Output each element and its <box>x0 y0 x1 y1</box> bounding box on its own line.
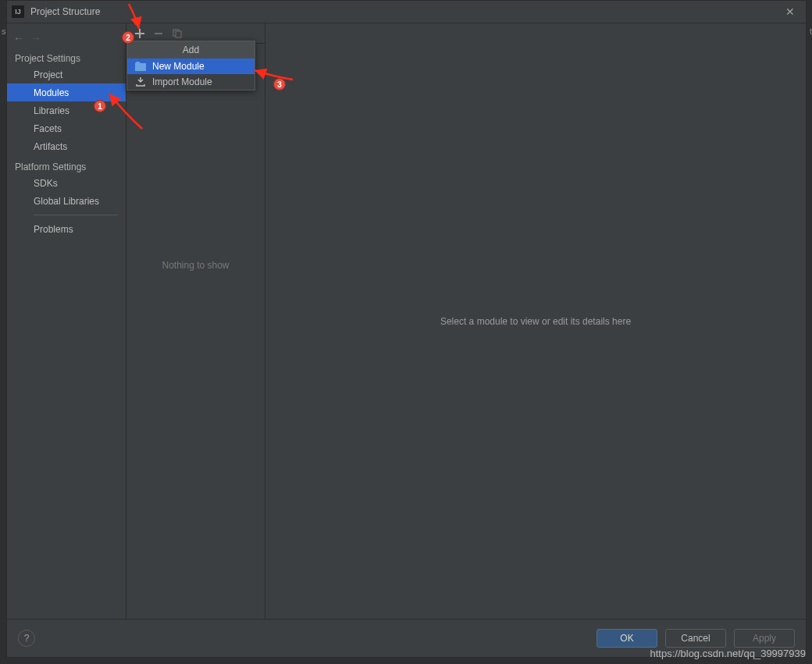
detail-placeholder: Select a module to view or edit its deta… <box>440 316 631 327</box>
sidebar-item-artifacts[interactable]: Artifacts <box>7 137 126 155</box>
ok-button[interactable]: OK <box>597 629 657 648</box>
nothing-to-show-text: Nothing to show <box>162 260 229 271</box>
edge-left-char: s <box>2 27 6 36</box>
watermark: https://blog.csdn.net/qq_39997939 <box>650 648 807 659</box>
help-button[interactable]: ? <box>18 630 35 647</box>
forward-icon[interactable]: → <box>30 32 41 44</box>
popup-item-label: Import Module <box>152 76 212 87</box>
svg-rect-2 <box>176 31 181 37</box>
titlebar: IJ Project Structure ✕ <box>7 1 806 23</box>
popup-item-new-module[interactable]: New Module <box>127 59 255 74</box>
sidebar-item-sdks[interactable]: SDKs <box>7 174 126 192</box>
sidebar-item-libraries[interactable]: Libraries <box>7 101 126 119</box>
sidebar: ← → Project Settings Project Modules Lib… <box>7 23 126 619</box>
sidebar-item-modules[interactable]: Modules <box>7 83 126 101</box>
annotation-badge-2: 2 <box>122 31 134 44</box>
sidebar-item-global-libraries[interactable]: Global Libraries <box>7 192 126 210</box>
import-icon <box>135 76 146 87</box>
sidebar-divider <box>34 215 118 215</box>
popup-title: Add <box>127 41 255 59</box>
plus-icon <box>135 29 144 38</box>
module-list-empty: Nothing to show <box>126 44 265 619</box>
group-platform-settings: Platform Settings <box>7 155 126 174</box>
titlebar-title: Project Structure <box>30 6 100 17</box>
popup-item-label: New Module <box>152 61 205 72</box>
group-project-settings: Project Settings <box>7 47 126 66</box>
nav-history: ← → <box>7 30 126 47</box>
detail-panel: Select a module to view or edit its deta… <box>265 23 806 619</box>
remove-button[interactable] <box>150 25 167 42</box>
back-icon[interactable]: ← <box>13 32 24 44</box>
intellij-icon: IJ <box>12 5 24 18</box>
sidebar-item-facets[interactable]: Facets <box>7 119 126 137</box>
annotation-badge-3: 3 <box>273 78 286 91</box>
add-popup: Add New Module Import Module <box>126 41 255 91</box>
minus-icon <box>154 29 163 38</box>
copy-icon <box>173 29 182 38</box>
sidebar-item-project[interactable]: Project <box>7 66 126 83</box>
module-icon <box>135 61 146 72</box>
popup-item-import-module[interactable]: Import Module <box>127 74 255 90</box>
cancel-button[interactable]: Cancel <box>665 629 726 648</box>
copy-button[interactable] <box>169 25 186 42</box>
module-list-panel: Nothing to show <box>126 23 265 619</box>
close-icon[interactable]: ✕ <box>779 2 801 21</box>
svg-rect-0 <box>155 33 162 34</box>
sidebar-item-problems[interactable]: Problems <box>7 220 126 238</box>
project-structure-dialog: IJ Project Structure ✕ ← → Project Setti… <box>6 0 807 658</box>
apply-button[interactable]: Apply <box>734 629 795 648</box>
annotation-badge-1: 1 <box>94 100 106 112</box>
